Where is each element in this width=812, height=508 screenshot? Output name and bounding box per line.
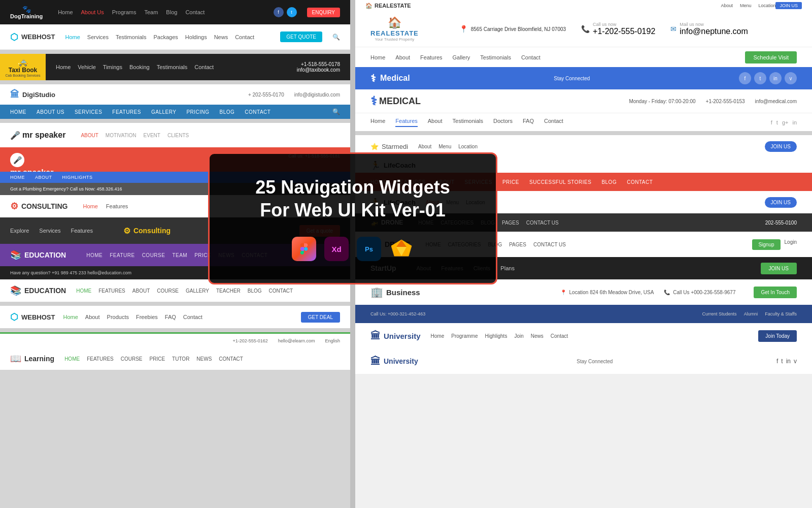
lc2-joinus-button[interactable]: JOIN US <box>765 197 797 208</box>
login-button[interactable]: Login <box>785 239 797 250</box>
re-nav-gallery[interactable]: Gallery <box>453 54 470 60</box>
medical-vk-icon[interactable]: v <box>785 72 797 84</box>
med-nav-about[interactable]: About <box>428 118 443 127</box>
uni-nav-highlights[interactable]: Highlights <box>485 333 507 339</box>
dw-nav-contact[interactable]: CONTACT US <box>533 242 566 247</box>
ln-nav-course[interactable]: COURSE <box>121 356 143 362</box>
ms-nav-about[interactable]: ABOUT <box>81 133 98 138</box>
cd-nav-features[interactable]: Features <box>71 228 92 234</box>
med-social-g[interactable]: g+ <box>782 119 789 125</box>
taxi-nav-booking[interactable]: Booking <box>129 64 150 70</box>
wh2-nav-freebies[interactable]: Freebies <box>136 314 158 320</box>
uni2-tw-icon[interactable]: t <box>781 358 783 365</box>
sm-joinus-button[interactable]: JOIN US <box>765 141 797 152</box>
sm-nav-location[interactable]: Location <box>458 144 478 149</box>
uni-nav-home[interactable]: Home <box>431 333 445 339</box>
wh2-nav-faq[interactable]: FAQ <box>165 314 176 320</box>
dd-nav-pages[interactable]: PAGES <box>502 220 519 226</box>
medical-tw-icon[interactable]: t <box>754 72 766 84</box>
re-top-nav-location[interactable]: Location <box>758 3 775 8</box>
wh-nav-holdings[interactable]: Holdings <box>185 34 207 40</box>
ln-nav-price[interactable]: PRICE <box>150 356 165 362</box>
med-nav-contact[interactable]: Contact <box>544 118 563 127</box>
ew-nav-course[interactable]: COURSE <box>157 288 179 294</box>
dw-nav-pages[interactable]: PAGES <box>509 242 526 247</box>
twitter-icon[interactable]: t <box>287 7 297 17</box>
taxi-nav-home[interactable]: Home <box>56 64 71 70</box>
taxi-nav-testimonials[interactable]: Testimonials <box>157 64 188 70</box>
enquiry-button[interactable]: ENQUIRY <box>307 8 340 17</box>
re-nav-testimonials[interactable]: Testimonials <box>480 54 511 60</box>
uni-nav-contact[interactable]: Contact <box>551 333 568 339</box>
cd-nav-services[interactable]: Services <box>39 228 60 234</box>
medical-in-icon[interactable]: in <box>769 72 782 84</box>
medical-fb-icon[interactable]: f <box>739 72 751 84</box>
ew-nav-home[interactable]: HOME <box>76 288 91 294</box>
nav-blog[interactable]: Blog <box>166 9 177 15</box>
re-top-joinus-button[interactable]: JOIN US <box>775 2 802 9</box>
digi-nav-home[interactable]: HOME <box>10 109 26 115</box>
ew-nav-contact[interactable]: CONTACT <box>269 288 293 294</box>
med-nav-home[interactable]: Home <box>370 118 385 127</box>
ms-red-nav-home[interactable]: HOME <box>10 175 25 180</box>
wh2-nav-contact[interactable]: Contact <box>183 314 202 320</box>
digi-nav-about[interactable]: ABOUT US <box>37 109 64 115</box>
nav-team[interactable]: Team <box>144 9 158 15</box>
wh-nav-home[interactable]: Home <box>65 34 80 40</box>
uni-link-students[interactable]: Current Students <box>702 311 737 316</box>
uni-nav-programme[interactable]: Programme <box>451 333 478 339</box>
re-nav-about[interactable]: About <box>395 54 410 60</box>
ew-nav-blog[interactable]: BLOG <box>248 288 262 294</box>
uni2-in-icon[interactable]: in <box>786 358 791 365</box>
nav-about[interactable]: About Us <box>81 9 104 15</box>
digi-nav-blog[interactable]: BLOG <box>220 109 235 115</box>
digi-nav-contact[interactable]: CONTACT <box>245 109 270 115</box>
dd-nav-contact[interactable]: CONTACT US <box>526 220 559 226</box>
rn-nav-stories[interactable]: SUCCESSFUL STORIES <box>529 179 591 185</box>
ms-red-nav-about[interactable]: ABOUT <box>35 175 52 180</box>
wh-nav-testimonials[interactable]: Testimonials <box>116 34 147 40</box>
getintouch-button[interactable]: Get In Touch <box>754 287 797 298</box>
med-nav-testimonials[interactable]: Testimonials <box>453 118 484 127</box>
wh-nav-packages[interactable]: Packages <box>154 34 178 40</box>
ep-nav-home[interactable]: HOME <box>86 252 103 258</box>
con-nav-features[interactable]: Features <box>106 203 128 209</box>
med-nav-features[interactable]: Features <box>395 118 417 127</box>
sm-nav-about[interactable]: About <box>418 144 431 149</box>
ep-nav-team[interactable]: TEAM <box>172 252 187 258</box>
taxi-nav-contact[interactable]: Contact <box>194 64 214 70</box>
signup-button[interactable]: Signup <box>752 239 780 250</box>
ew-nav-features[interactable]: FEATURES <box>98 288 125 294</box>
ms-nav-motivation[interactable]: MOTIVATION <box>106 133 137 138</box>
med-social-in[interactable]: in <box>792 119 797 125</box>
startup-joinus-button[interactable]: JOIN US <box>761 263 797 274</box>
med-social-f[interactable]: f <box>771 119 772 125</box>
ln-nav-home[interactable]: HOME <box>64 356 80 362</box>
cd-nav-explore[interactable]: Explore <box>10 228 29 234</box>
rn-nav-price[interactable]: PRICE <box>502 179 519 185</box>
ew-nav-teacher[interactable]: TEACHER <box>216 288 241 294</box>
ep-nav-course[interactable]: COURSE <box>142 252 165 258</box>
uni-link-faculty[interactable]: Faculty & Staffs <box>765 311 797 316</box>
schedule-visit-button[interactable]: Schedule Visit <box>745 51 797 64</box>
nav-home[interactable]: Home <box>58 9 73 15</box>
ms-nav-clients[interactable]: CLIENTS <box>167 133 189 138</box>
ln-nav-tutor[interactable]: TUTOR <box>172 356 189 362</box>
con-nav-home[interactable]: Home <box>83 203 98 209</box>
uni-nav-join[interactable]: Join <box>514 333 523 339</box>
ew-nav-about[interactable]: ABOUT <box>132 288 150 294</box>
wh2-nav-products[interactable]: Products <box>107 314 129 320</box>
getquote-button[interactable]: GET QUOTE <box>280 31 322 42</box>
su-nav-plans[interactable]: Plans <box>500 265 515 271</box>
uni-nav-news[interactable]: News <box>531 333 544 339</box>
med-nav-faq[interactable]: FAQ <box>523 118 534 127</box>
ln-nav-contact[interactable]: CONTACT <box>219 356 243 362</box>
wh2-nav-home[interactable]: Home <box>63 314 78 320</box>
taxi-nav-vehicle[interactable]: Vehicle <box>78 64 95 70</box>
wh-nav-contact[interactable]: Contact <box>235 34 254 40</box>
digi-nav-gallery[interactable]: GALLERY <box>151 109 176 115</box>
taxi-nav-timings[interactable]: Timings <box>103 64 122 70</box>
wh2-nav-about[interactable]: About <box>85 314 100 320</box>
wh-nav-services[interactable]: Services <box>87 34 109 40</box>
ms-nav-event[interactable]: EVENT <box>144 133 160 138</box>
